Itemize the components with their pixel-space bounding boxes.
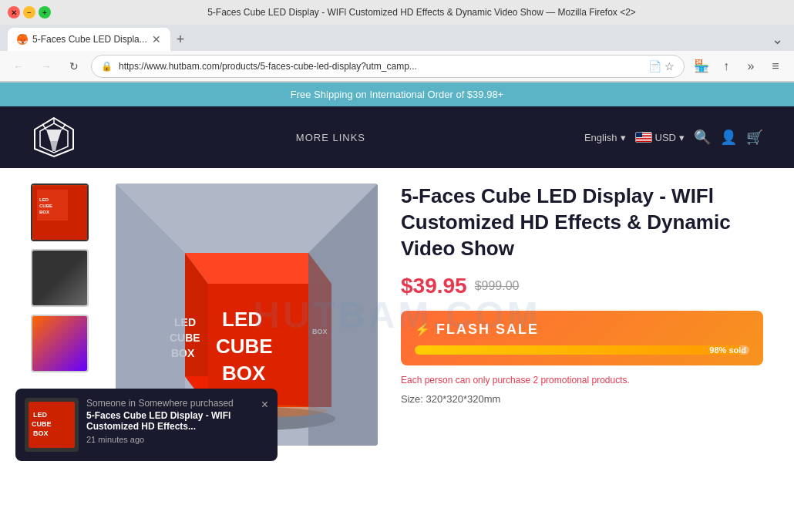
address-bar[interactable]: 🔒 https://www.hutbam.com/products/5-face… [91,55,685,78]
notification-who: Someone in Somewhere purchased [86,398,254,409]
tab-favicon: 🦊 [17,34,28,45]
logo-icon [31,114,77,160]
thumbnail-1[interactable]: LED CUBE BOX [31,184,89,241]
thumbnail-2[interactable] [31,249,89,307]
notification-close-button[interactable]: × [261,398,268,412]
product-page: HUTBAM.COM LED CUBE BOX [0,168,794,461]
lang-dropdown-arrow: ▾ [621,132,626,143]
back-button[interactable]: ← [8,56,29,77]
site-content: Free Shipping on International Order of … [0,82,794,461]
window-maximize-button[interactable]: + [39,6,51,19]
title-bar: ✕ − + 5-Faces Cube LED Display - WIFl Cu… [0,0,794,25]
thumbnail-2-image [32,251,87,305]
price-section: $39.95 $999.00 [401,274,763,298]
window-title: 5-Faces Cube LED Display - WIFl Customiz… [57,7,786,18]
site-header: MORE LINKS English ▾ USD ▾ 🔍 👤 🛒 [0,106,794,168]
sold-label: 98% sold [709,345,746,355]
svg-text:CUBE: CUBE [32,420,52,428]
thumbnail-1-image: LED CUBE BOX [32,185,87,240]
logo[interactable] [31,114,77,160]
svg-text:LED: LED [222,308,262,331]
language-selector[interactable]: English ▾ [584,132,626,143]
currency-label: USD [655,132,676,143]
forward-button[interactable]: → [35,56,57,77]
announcement-text: Free Shipping on International Order of … [291,89,503,100]
svg-text:BOX: BOX [39,210,49,214]
flash-sale-header: ⚡ FLASH SALE [415,322,749,338]
lock-icon: 🔒 [101,61,113,72]
url-text: https://www.hutbam.com/products/5-faces-… [119,61,642,72]
flash-sale-box: ⚡ FLASH SALE 98% sold [401,311,763,365]
notification-time: 21 minutes ago [86,435,254,444]
browser-chrome: ✕ − + 5-Faces Cube LED Display - WIFl Cu… [0,0,794,82]
reader-view-icon[interactable]: 📄 [648,60,661,72]
svg-text:BOX: BOX [33,429,49,437]
us-flag-icon [635,132,652,143]
svg-text:BOX: BOX [222,362,266,385]
progress-bar-fill [415,345,742,355]
more-links-button[interactable]: MORE LINKS [296,132,365,143]
window-minimize-button[interactable]: − [23,6,35,19]
svg-text:CUBE: CUBE [39,204,52,208]
svg-text:CUBE: CUBE [216,335,273,358]
tab-title: 5-Faces Cube LED Displa... [32,34,147,45]
cart-button[interactable]: 🛒 [746,129,763,146]
active-tab[interactable]: 🦊 5-Faces Cube LED Displa... ✕ [8,28,170,51]
tab-close-button[interactable]: ✕ [152,33,161,45]
announcement-bar: Free Shipping on International Order of … [0,82,794,106]
menu-icon[interactable]: ≡ [765,56,786,77]
original-price: $999.00 [475,279,520,293]
size-info: Size: 320*320*320mm [401,393,763,405]
thumbnail-3-image [32,316,87,371]
new-tab-button[interactable]: + [170,29,191,51]
product-details: 5-Faces Cube LED Display - WIFl Customiz… [401,184,763,446]
progress-bar-container: 98% sold [415,345,749,355]
address-bar-actions: 📄 ☆ [648,60,675,72]
notification-image: LED CUBE BOX [25,398,79,452]
svg-marker-3 [50,141,58,151]
language-label: English [584,132,617,143]
more-tools-icon[interactable]: » [740,56,762,77]
share-icon[interactable]: ↑ [715,56,737,77]
refresh-button[interactable]: ↻ [63,56,85,77]
window-controls: ✕ − + [8,6,51,19]
svg-text:LED: LED [39,197,49,202]
header-nav: MORE LINKS [77,132,584,143]
svg-text:LED: LED [33,411,48,419]
header-actions: English ▾ USD ▾ 🔍 👤 🛒 [584,129,763,146]
thumbnail-3[interactable] [31,315,89,372]
flash-icon: ⚡ [415,322,430,337]
currency-selector[interactable]: USD ▾ [635,132,685,143]
purchase-notification: LED CUBE BOX Someone in Somewhere purcha… [15,389,278,461]
tab-bar: 🦊 5-Faces Cube LED Displa... ✕ + ⌄ [0,25,794,51]
pocket-icon[interactable]: 🏪 [691,56,712,77]
purchase-limit: Each person can only purchase 2 promotio… [401,375,763,386]
notification-product: 5-Faces Cube LED Display - WIFl Customiz… [86,410,254,432]
bookmark-icon[interactable]: ☆ [664,60,675,72]
size-value: 320*320*320mm [426,393,501,405]
notification-content: Someone in Somewhere purchased 5-Faces C… [86,398,254,444]
navigation-bar: ← → ↻ 🔒 https://www.hutbam.com/products/… [0,51,794,82]
svg-marker-2 [46,130,62,141]
currency-dropdown-arrow: ▾ [679,132,685,143]
account-button[interactable]: 👤 [720,129,737,146]
search-button[interactable]: 🔍 [694,129,711,146]
tab-overflow-button[interactable]: ⌄ [769,28,786,51]
window-close-button[interactable]: ✕ [8,6,20,19]
nav-actions: 🏪 ↑ » ≡ [691,56,786,77]
sale-price: $39.95 [401,274,467,298]
product-title: 5-Faces Cube LED Display - WIFl Customiz… [401,184,763,261]
size-label: Size: [401,393,423,405]
flash-sale-label: FLASH SALE [436,322,539,338]
